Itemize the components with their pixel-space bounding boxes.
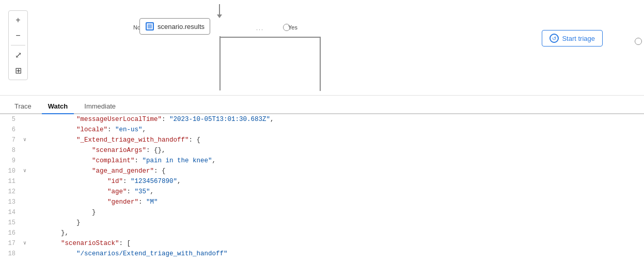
tab-bar: Trace Watch Immediate — [0, 96, 644, 114]
line-content: "gender": "M" — [29, 197, 644, 207]
triage-icon: ↺ — [549, 34, 559, 43]
line-number: 11 — [0, 176, 21, 187]
toolbar-divider — [11, 45, 25, 45]
code-line: 13 "gender": "M" — [0, 197, 644, 207]
code-line: 9 "complaint": "pain in the knee", — [0, 156, 644, 166]
code-line: 15 } — [0, 218, 644, 228]
flow-node-label: scenario.results — [158, 23, 205, 30]
right-vert-line — [320, 37, 321, 91]
line-content: }, — [29, 228, 644, 238]
line-number: 8 — [0, 145, 21, 156]
code-line: 8 "scenarioArgs": {}, — [0, 145, 644, 156]
top-arrow-connector — [216, 4, 223, 19]
line-number: 14 — [0, 207, 21, 218]
code-line: 6 "locale": "en-us", — [0, 125, 644, 135]
line-number: 9 — [0, 156, 21, 166]
line-content: "age_and_gender": { — [29, 166, 644, 176]
code-line: 18 "/scenarios/Extend_triage_with_handof… — [0, 249, 644, 259]
code-line: 10∨ "age_and_gender": { — [0, 166, 644, 176]
line-content: } — [29, 218, 644, 228]
start-triage-button[interactable]: ↺ Start triage — [542, 30, 603, 47]
line-number: 18 — [0, 249, 21, 259]
expand-arrow[interactable]: ∨ — [21, 238, 29, 249]
zoom-in-button[interactable]: + — [11, 13, 25, 27]
line-number: 17 — [0, 238, 21, 249]
line-content: "scenarioArgs": {}, — [29, 145, 644, 156]
tab-watch[interactable]: Watch — [42, 99, 74, 114]
line-content: "messageUserLocalTime": "2023-10-05T13:0… — [29, 114, 644, 125]
line-number: 6 — [0, 125, 21, 135]
canvas-toolbar: + − ⤢ ⊞ — [8, 10, 28, 80]
bottom-panel: Trace Watch Immediate 5 "messageUserLoca… — [0, 96, 644, 276]
line-content: "id": "1234567890", — [29, 176, 644, 187]
line-content: "locale": "en-us", — [29, 125, 644, 135]
line-content: "/scenarios/Extend_triage_with_handoff" — [29, 249, 644, 259]
line-number: 13 — [0, 197, 21, 207]
code-line: 5 "messageUserLocalTime": "2023-10-05T13… — [0, 114, 644, 125]
horiz-bracket — [219, 37, 320, 38]
node-icon — [145, 22, 154, 31]
fit-button[interactable]: ⤢ — [11, 48, 25, 62]
map-button[interactable]: ⊞ — [11, 63, 25, 78]
tab-immediate[interactable]: Immediate — [78, 99, 122, 114]
line-number: 15 — [0, 218, 21, 228]
code-line: 12 "age": "35", — [0, 187, 644, 197]
tab-trace[interactable]: Trace — [8, 99, 38, 114]
expand-arrow[interactable]: ∨ — [21, 166, 29, 176]
flow-node-scenario-results[interactable]: scenario.results — [139, 18, 210, 35]
right-circle-connector — [635, 38, 642, 45]
zoom-out-button[interactable]: − — [11, 28, 25, 43]
code-area[interactable]: 5 "messageUserLocalTime": "2023-10-05T13… — [0, 114, 644, 276]
line-content: "age": "35", — [29, 187, 644, 197]
code-line: 11 "id": "1234567890", — [0, 176, 644, 187]
line-content: "scenarioStack": [ — [29, 238, 644, 249]
line-content: "complaint": "pain in the knee", — [29, 156, 644, 166]
vert-line — [219, 36, 221, 90]
line-content: } — [29, 207, 644, 218]
code-line: 7∨ "_Extend_triage_with_handoff": { — [0, 135, 644, 145]
canvas-area: + − ⤢ ⊞ No scenario.results ··· Yes ↺ St… — [0, 0, 644, 96]
line-number: 10 — [0, 166, 21, 176]
expand-arrow[interactable]: ∨ — [21, 135, 29, 145]
line-number: 16 — [0, 228, 21, 238]
code-line: 14 } — [0, 207, 644, 218]
start-triage-label: Start triage — [562, 35, 595, 42]
flow-dots: ··· — [256, 26, 264, 33]
line-content: "_Extend_triage_with_handoff": { — [29, 135, 644, 145]
line-number: 12 — [0, 187, 21, 197]
code-line: 16 }, — [0, 228, 644, 238]
code-line: 17∨ "scenarioStack": [ — [0, 238, 644, 249]
line-number: 5 — [0, 114, 21, 125]
flow-label-yes: Yes — [288, 24, 297, 30]
line-number: 7 — [0, 135, 21, 145]
